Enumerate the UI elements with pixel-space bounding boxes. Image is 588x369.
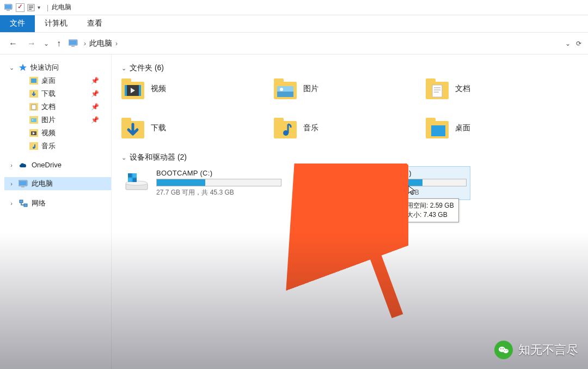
sidebar-item-pictures[interactable]: 图片 📌 — [15, 113, 111, 126]
svg-rect-59 — [128, 178, 132, 182]
sidebar-network[interactable]: 网络 — [4, 197, 111, 210]
svg-rect-30 — [121, 78, 131, 83]
chevron-right-icon: › — [115, 40, 118, 47]
svg-point-18 — [32, 119, 33, 120]
tooltip-free: 可用空间: 2.59 GB — [400, 201, 454, 210]
svg-rect-8 — [69, 40, 77, 45]
ribbon-tab-computer[interactable]: 计算机 — [35, 15, 77, 32]
sidebar-item-label: 视频 — [41, 128, 56, 138]
chevron-right-icon[interactable] — [8, 162, 15, 168]
svg-rect-2 — [7, 10, 10, 11]
pin-icon: 📌 — [91, 103, 99, 111]
svg-rect-25 — [19, 181, 27, 185]
sidebar-item-music[interactable]: 音乐 — [15, 140, 111, 153]
folder-label: 视频 — [151, 84, 166, 94]
group-devices-header[interactable]: ⌄ 设备和驱动器 (2) — [121, 153, 578, 162]
folder-label: 图片 — [303, 84, 318, 94]
svg-rect-6 — [29, 9, 32, 10]
pc-icon — [19, 180, 28, 188]
svg-point-67 — [503, 349, 509, 353]
svg-rect-52 — [426, 118, 436, 122]
refresh-button[interactable]: ⟳ — [576, 40, 581, 47]
breadcrumb[interactable]: › 此电脑 › — [84, 39, 118, 49]
sidebar-item-label: 快速访问 — [30, 63, 59, 72]
sidebar-item-label: 网络 — [32, 198, 46, 208]
svg-rect-36 — [274, 78, 284, 83]
download-icon — [121, 117, 144, 140]
sidebar-item-desktop[interactable]: 桌面 📌 — [15, 74, 111, 87]
drive-name: OSXRESERVED (D:) — [341, 169, 468, 177]
explorer-window: ▾ | 此电脑 文件 计算机 查看 ← → ⌄ ↑ › 此电脑 › ⌄ ⟳ — [0, 0, 588, 369]
folder-desktop[interactable]: 桌面 — [426, 117, 567, 140]
folder-documents[interactable]: 文档 — [426, 77, 567, 100]
music-icon — [274, 117, 297, 140]
drive-usage-bar — [156, 179, 281, 186]
tooltip-total: 总大小: 7.43 GB — [400, 210, 454, 220]
svg-rect-12 — [31, 78, 36, 83]
svg-rect-38 — [277, 92, 293, 97]
drive-name: BOOTCAMP (C:) — [156, 169, 283, 177]
svg-point-69 — [503, 348, 504, 349]
group-devices-label: 设备和驱动器 (2) — [130, 153, 187, 162]
chevron-right-icon: › — [84, 40, 86, 47]
sidebar-item-videos[interactable]: 视频 — [15, 126, 111, 140]
svg-point-50 — [283, 130, 289, 136]
sidebar-onedrive[interactable]: OneDrive — [4, 159, 111, 171]
ribbon-tab-view[interactable]: 查看 — [77, 15, 112, 32]
group-folders-header[interactable]: ⌄ 文件夹 (6) — [121, 63, 578, 73]
qat-properties-icon[interactable] — [27, 4, 35, 11]
nav-history-dropdown[interactable]: ⌄ — [44, 40, 49, 47]
address-dropdown-icon[interactable]: ⌄ — [565, 40, 571, 47]
watermark: 知无不言尽 — [494, 341, 578, 359]
drives-row: BOOTCAMP (C:) 27.7 GB 可用，共 45.3 GB OSXRE… — [121, 167, 578, 199]
window-title: 此电脑 — [52, 3, 71, 12]
breadcrumb-pc-icon — [69, 39, 78, 47]
picture-icon — [29, 116, 38, 124]
svg-rect-9 — [71, 46, 75, 47]
chevron-down-icon[interactable] — [8, 64, 15, 71]
doc-icon — [29, 103, 38, 111]
sidebar-item-label: 音乐 — [41, 141, 56, 151]
video-icon — [29, 129, 38, 137]
qat-dropdown-icon[interactable]: ▾ — [38, 4, 40, 10]
pin-icon: 📌 — [91, 116, 99, 124]
qat-save-icon[interactable] — [16, 3, 24, 12]
drive-osx-icon — [309, 169, 335, 192]
watermark-text: 知无不言尽 — [518, 342, 578, 358]
drive-osxreserved[interactable]: OSXRESERVED (D:) 2.59 GB 可用，共 7.43 GB — [307, 167, 470, 199]
video-icon — [121, 77, 144, 100]
chevron-right-icon[interactable] — [8, 200, 15, 207]
folder-label: 文档 — [455, 84, 470, 94]
svg-rect-57 — [128, 173, 132, 177]
sidebar-this-pc[interactable]: 此电脑 — [4, 177, 111, 190]
folder-videos[interactable]: 视频 — [121, 77, 263, 100]
chevron-right-icon[interactable] — [8, 180, 15, 187]
breadcrumb-root[interactable]: 此电脑 — [89, 39, 112, 49]
sidebar-quick-access[interactable]: 快速访问 — [4, 61, 111, 74]
sidebar-item-downloads[interactable]: 下载 📌 — [15, 87, 111, 100]
sidebar-item-label: 下载 — [41, 89, 56, 99]
svg-point-23 — [33, 147, 35, 149]
nav-up-button[interactable]: ↑ — [54, 38, 63, 50]
desktop-icon — [426, 117, 449, 140]
drive-bootcamp[interactable]: BOOTCAMP (C:) 27.7 GB 可用，共 45.3 GB — [121, 167, 285, 199]
svg-rect-60 — [133, 178, 137, 182]
folders-grid: 视频 图片 文档 — [121, 77, 578, 140]
title-separator: | — [47, 4, 48, 11]
sidebar-item-label: 桌面 — [41, 76, 56, 86]
download-icon — [29, 90, 38, 98]
picture-icon — [274, 77, 297, 100]
folder-music[interactable]: 音乐 — [274, 117, 415, 140]
folder-downloads[interactable]: 下载 — [121, 117, 263, 140]
ribbon-tab-file[interactable]: 文件 — [0, 15, 35, 32]
svg-rect-49 — [274, 118, 284, 122]
svg-rect-15 — [32, 105, 36, 110]
nav-sidebar: 快速访问 桌面 📌 下载 📌 文档 — [0, 55, 112, 369]
cloud-icon — [19, 162, 28, 168]
star-icon — [19, 63, 27, 72]
folder-pictures[interactable]: 图片 — [274, 77, 415, 100]
nav-back-button[interactable]: ← — [7, 38, 20, 50]
sidebar-item-label: OneDrive — [32, 161, 62, 169]
sidebar-item-documents[interactable]: 文档 📌 — [15, 100, 111, 113]
nav-forward-button[interactable]: → — [25, 38, 38, 50]
